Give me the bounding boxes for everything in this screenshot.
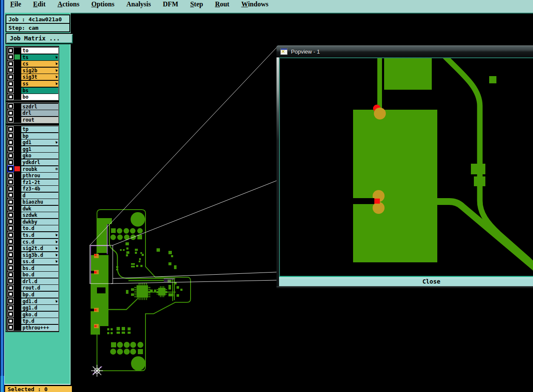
layer-checkbox-bs.d[interactable] <box>8 265 13 270</box>
layer-label-tp.d[interactable]: tp.d <box>21 318 58 324</box>
layer-color-swatch-ts[interactable] <box>14 54 20 60</box>
layer-label-gg1[interactable]: gg1 <box>21 146 58 152</box>
layer-label-bo.d[interactable]: bo.d <box>21 271 58 278</box>
layer-checkbox-pthrou[interactable] <box>8 173 13 178</box>
layer-checkbox-d[interactable] <box>8 193 13 198</box>
menu-item-dfm[interactable]: DFM <box>157 0 184 9</box>
layer-label-gd1.d[interactable]: gd1.d☚ <box>21 298 58 304</box>
layer-checkbox-tp[interactable] <box>8 127 13 132</box>
menu-item-windows[interactable]: Windows <box>235 0 274 9</box>
layer-checkbox-gko.d[interactable] <box>8 312 13 317</box>
layer-checkbox-gko[interactable] <box>8 153 13 158</box>
menu-item-file[interactable]: File <box>4 0 27 9</box>
layer-checkbox-bo[interactable] <box>8 94 13 99</box>
layer-checkbox-rout.d[interactable] <box>8 285 13 290</box>
popview-viewport[interactable] <box>279 57 533 278</box>
layer-checkbox-gd1.d[interactable] <box>8 298 13 304</box>
menu-item-options[interactable]: Options <box>86 0 120 9</box>
layer-label-roubk[interactable]: roubk⊞ <box>21 166 58 172</box>
layer-label-sig3t[interactable]: sig3t☚ <box>21 74 58 80</box>
layer-checkbox-tp.d[interactable] <box>8 318 13 324</box>
layer-label-fz1-2t[interactable]: fz1-2t <box>21 179 58 185</box>
layer-checkbox-ss.d[interactable] <box>8 259 13 264</box>
layer-checkbox-drl.d[interactable] <box>8 278 13 284</box>
layer-checkbox-gg1[interactable] <box>8 146 13 151</box>
layer-checkbox-ts.d[interactable] <box>8 233 13 238</box>
layer-label-drl.d[interactable]: drl.d <box>21 278 58 284</box>
layer-checkbox-to.d[interactable] <box>8 226 13 231</box>
layer-checkbox-drl[interactable] <box>8 111 13 116</box>
layer-color-swatch-roubk[interactable] <box>14 166 20 171</box>
layer-label-szdwk[interactable]: szdwk <box>21 212 58 218</box>
layer-label-dwkby[interactable]: dwkby <box>21 219 58 225</box>
layer-label-bs.d[interactable]: bs.d <box>21 265 58 271</box>
layer-checkbox-rout[interactable] <box>8 117 13 122</box>
layer-label-rout[interactable]: rout <box>21 116 58 123</box>
layer-label-pthrou[interactable]: pthrou <box>21 172 58 179</box>
layer-checkbox-sig2b[interactable] <box>8 68 13 73</box>
layer-checkbox-to[interactable] <box>8 48 13 53</box>
menu-item-step[interactable]: Step <box>184 0 209 9</box>
layer-label-sig2b[interactable]: sig2b☚ <box>21 67 58 74</box>
layer-checkbox-szdwk[interactable] <box>8 213 13 218</box>
layer-checkbox-cs.d[interactable] <box>8 239 13 244</box>
menu-item-analysis[interactable]: Analysis <box>120 0 157 9</box>
layer-label-ydkdrl[interactable]: ydkdrl <box>21 159 58 165</box>
layer-label-d[interactable]: d <box>21 192 58 199</box>
layer-label-rout.d[interactable]: rout.d <box>21 284 58 291</box>
layer-label-fz3-4b[interactable]: fz3-4b <box>21 185 58 192</box>
layer-label-ss[interactable]: ss☚ <box>21 80 58 87</box>
layer-checkbox-pthrou+++[interactable] <box>8 325 13 330</box>
layer-label-bp.d[interactable]: bp.d <box>21 291 58 298</box>
layer-checkbox-ydkdrl[interactable] <box>8 160 13 165</box>
layer-label-dwk[interactable]: dwk <box>21 205 58 212</box>
layer-checkbox-ts[interactable] <box>8 54 13 60</box>
layer-label-to.d[interactable]: to.d <box>21 225 58 231</box>
layer-label-biaozhu[interactable]: biaozhu <box>21 199 58 205</box>
layer-checkbox-sig3t[interactable] <box>8 74 13 80</box>
layer-label-drl[interactable]: drl <box>21 110 58 116</box>
popview-close-button[interactable]: Close <box>279 276 533 287</box>
layer-checkbox-bp[interactable] <box>8 133 13 138</box>
layer-checkbox-sig3b.d[interactable] <box>8 252 13 257</box>
layer-checkbox-cs[interactable] <box>8 61 13 66</box>
layer-label-ts.d[interactable]: ts.d☚ <box>21 232 58 238</box>
layer-checkbox-dwk[interactable] <box>8 206 13 211</box>
layer-checkbox-bs[interactable] <box>8 88 13 93</box>
menu-item-edit[interactable]: Edit <box>27 0 51 9</box>
layer-label-tp[interactable]: tp <box>21 126 58 132</box>
layer-checkbox-ss[interactable] <box>8 81 13 86</box>
layer-checkbox-fz3-4b[interactable] <box>8 186 13 191</box>
layer-checkbox-sig2t.d[interactable] <box>8 246 13 251</box>
layer-label-ss.d[interactable]: ss.d☚ <box>21 258 58 264</box>
job-matrix-button[interactable]: Job Matrix ... <box>6 33 74 44</box>
popview-titlebar[interactable]: ✕ Popview - 1 <box>276 45 533 57</box>
layer-label-ts[interactable]: ts☚ <box>21 54 58 60</box>
layer-label-szdrl[interactable]: szdrl <box>21 103 58 110</box>
pv-big-copper-rect <box>353 110 437 262</box>
layer-label-bs[interactable]: bs <box>21 87 58 94</box>
layer-checkbox-dwkby[interactable] <box>8 219 13 224</box>
layer-label-bo[interactable]: bo <box>21 94 58 100</box>
layer-label-gko.d[interactable]: gko.d <box>21 311 58 318</box>
layer-label-gko[interactable]: gko <box>21 152 58 159</box>
layer-label-pthrou+++[interactable]: pthrou+++ <box>21 324 58 331</box>
layer-checkbox-biaozhu[interactable] <box>8 199 13 205</box>
layer-checkbox-gd1[interactable] <box>8 140 13 145</box>
layer-label-gd1[interactable]: gd1☚ <box>21 139 58 145</box>
layer-label-sig2t.d[interactable]: sig2t.d☚ <box>21 245 58 251</box>
layer-checkbox-fz1-2t[interactable] <box>8 179 13 185</box>
menu-item-actions[interactable]: Actions <box>51 0 86 9</box>
layer-label-bp[interactable]: bp <box>21 133 58 139</box>
layer-checkbox-bp.d[interactable] <box>8 292 13 297</box>
layer-label-cs.d[interactable]: cs.d☚ <box>21 239 58 245</box>
layer-checkbox-bo.d[interactable] <box>8 272 13 277</box>
layer-checkbox-szdrl[interactable] <box>8 104 13 109</box>
layer-label-cs[interactable]: cs☚ <box>21 60 58 67</box>
layer-checkbox-gg1.d[interactable] <box>8 305 13 310</box>
layer-label-gg1.d[interactable]: gg1.d <box>21 304 58 311</box>
layer-label-to[interactable]: to <box>21 47 58 54</box>
menu-item-rout[interactable]: Rout <box>209 0 235 9</box>
layer-checkbox-roubk[interactable] <box>8 166 13 171</box>
layer-label-sig3b.d[interactable]: sig3b.d☚ <box>21 252 58 258</box>
